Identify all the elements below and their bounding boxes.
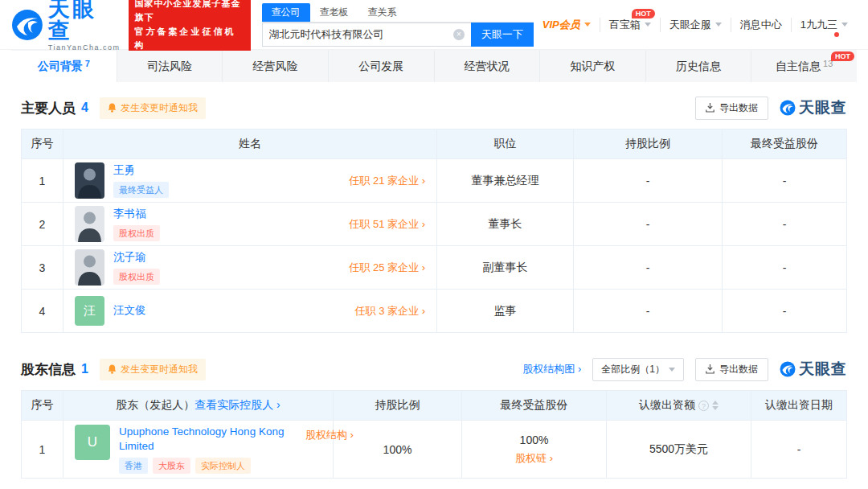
tab-label: 自主信息 — [776, 60, 821, 74]
bell-icon — [108, 103, 117, 113]
tianyancha-watermark: 天眼查 — [780, 97, 847, 118]
search-tab-company[interactable]: 查公司 — [262, 3, 310, 22]
avatar[interactable] — [75, 206, 104, 242]
sort-icon[interactable] — [712, 401, 719, 410]
export-data-button[interactable]: 导出数据 — [695, 97, 768, 120]
ratio-cell: - — [574, 159, 723, 203]
tab-intellectual-property[interactable]: 知识产权 — [540, 51, 646, 82]
col-position: 职位 — [437, 129, 574, 159]
shareholder-tag[interactable]: 香港 — [119, 458, 148, 474]
search-input[interactable] — [262, 23, 471, 47]
col-share-ratio: 持股比例 — [574, 129, 723, 159]
hot-badge: HOT — [831, 51, 854, 61]
view-controller-link[interactable]: 查看实际控股人 — [194, 398, 273, 411]
equity-structure-link[interactable]: 股权结构 — [305, 428, 354, 442]
chevron-down-icon — [841, 23, 848, 27]
benefit-cell: - — [723, 203, 847, 246]
clear-icon[interactable]: × — [453, 29, 465, 40]
jobs-count-link[interactable]: 任职 3 家企业 — [355, 304, 425, 318]
tab-judicial-risk[interactable]: 司法风险 — [117, 51, 223, 82]
benefit-cell: - — [723, 246, 847, 290]
jobs-count-link[interactable]: 任职 51 家企业 — [349, 217, 425, 232]
tab-operating-status[interactable]: 经营状况 — [435, 51, 541, 82]
col-holder: 股东（发起人）查看实际控股人 › — [63, 391, 334, 421]
person-name-link[interactable]: 李书福 — [113, 207, 146, 221]
position-cell: 董事长 — [437, 203, 574, 246]
personnel-table: 序号 姓名 职位 持股比例 最终受益股份 1 王勇 最终受益人 任职 — [21, 129, 847, 333]
notification-dot — [834, 32, 839, 37]
search-button[interactable]: 天眼一下 — [471, 23, 534, 47]
chevron-down-icon — [645, 23, 651, 27]
col-share-ratio: 持股比例 — [334, 391, 462, 421]
tab-label: 经营状况 — [465, 60, 510, 74]
person-name-link[interactable]: 沈子瑜 — [113, 250, 146, 265]
brand-certification-badge: 国家中小企业发展子基金旗下 官方备案企业征信机构 — [129, 0, 251, 55]
col-no: 序号 — [22, 129, 63, 159]
chevron-down-icon — [584, 23, 591, 27]
tab-self-info[interactable]: 自主信息 13 HOT — [751, 51, 857, 82]
tab-company-background[interactable]: 公司背景 7 — [11, 51, 117, 82]
avatar[interactable]: U — [75, 425, 110, 460]
benefit-value: 100% — [462, 431, 606, 450]
person-tag[interactable]: 股权出质 — [113, 225, 160, 241]
equity-structure-chart-link[interactable]: 股权结构图 — [522, 362, 581, 376]
shareholder-tag[interactable]: 大股东 — [153, 458, 190, 474]
tab-operating-risk[interactable]: 经营风险 — [223, 51, 329, 82]
shareholder-name-link[interactable]: Upuphone Technology Hong Kong Limited — [119, 425, 305, 454]
nav-treasure-box[interactable]: HOT 百宝箱 — [600, 18, 660, 32]
jobs-count-link[interactable]: 任职 21 家企业 — [349, 174, 425, 188]
col-beneficial-shares: 最终受益股份 — [723, 129, 847, 159]
person-name-link[interactable]: 汪文俊 — [113, 303, 146, 318]
person-tag[interactable]: 股权出质 — [113, 269, 160, 285]
help-icon[interactable]: ? — [698, 401, 709, 411]
search-tab-boss[interactable]: 查老板 — [310, 3, 358, 22]
table-row: 1 U Upuphone Technology Hong Kong Limite… — [22, 421, 847, 479]
tab-history-info[interactable]: 历史信息 — [646, 51, 752, 82]
personnel-table-header: 序号 姓名 职位 持股比例 最终受益股份 — [22, 129, 847, 159]
person-tag[interactable]: 最终受益人 — [113, 182, 169, 198]
ratio-cell: - — [574, 290, 723, 333]
nav-enterprise-service[interactable]: 天眼企服 — [660, 18, 731, 32]
notify-on-change-button[interactable]: 发生变更时通知我 — [100, 359, 206, 380]
search-tabs: 查公司 查老板 查关系 — [262, 3, 534, 23]
row-index: 1 — [22, 159, 63, 203]
watermark-text: 天眼查 — [799, 359, 847, 380]
ratio-filter-dropdown[interactable]: 全部比例（1） — [592, 358, 684, 381]
shareholder-table: 序号 股东（发起人）查看实际控股人 › 持股比例 最终受益股份 认缴出资额? 认… — [21, 390, 847, 479]
tab-company-development[interactable]: 公司发展 — [329, 51, 435, 82]
position-cell: 副董事长 — [437, 246, 574, 290]
nav-user-menu[interactable]: 1九九三 — [791, 18, 857, 32]
tianyancha-logo[interactable]: 天眼查 TianYanCha.com — [11, 0, 121, 51]
bell-icon — [108, 364, 117, 374]
shareholder-tag[interactable]: 实际控制人 — [195, 458, 251, 474]
search-area: 查公司 查老板 查关系 × 天眼一下 — [262, 3, 534, 47]
nav-vip[interactable]: VIP会员 — [534, 18, 600, 32]
chevron-down-icon — [669, 368, 675, 372]
search-tab-relation[interactable]: 查关系 — [358, 3, 407, 22]
top-header: 天眼查 TianYanCha.com 国家中小企业发展子基金旗下 官方备案企业征… — [0, 0, 868, 50]
download-icon — [706, 364, 714, 374]
avatar[interactable] — [75, 162, 104, 199]
export-data-button[interactable]: 导出数据 — [695, 358, 768, 381]
row-index: 3 — [22, 246, 63, 290]
tab-label: 历史信息 — [676, 60, 721, 74]
avatar[interactable] — [75, 249, 104, 286]
notify-on-change-button[interactable]: 发生变更时通知我 — [100, 97, 206, 119]
tab-label: 公司发展 — [358, 60, 403, 74]
vip-label: VIP会员 — [542, 18, 580, 32]
filter-label: 全部比例（1） — [601, 363, 665, 376]
nav-message-center[interactable]: 消息中心 — [731, 18, 791, 32]
watermark-logo-icon — [780, 361, 796, 377]
username: 1九九三 — [800, 18, 837, 32]
shareholder-title: 股东信息 — [21, 360, 76, 379]
col-no: 序号 — [22, 391, 63, 421]
personnel-count: 4 — [81, 101, 88, 115]
personnel-title: 主要人员 — [21, 99, 76, 117]
person-name-link[interactable]: 王勇 — [113, 163, 135, 178]
jobs-count-link[interactable]: 任职 25 家企业 — [349, 261, 425, 275]
avatar[interactable]: 汪 — [75, 296, 104, 326]
brand-badge-line2: 官方备案企业征信机构 — [135, 25, 244, 52]
ratio-cell: - — [574, 203, 723, 246]
watermark-logo-icon — [780, 100, 796, 116]
equity-chain-link[interactable]: 股权链 — [462, 450, 606, 467]
